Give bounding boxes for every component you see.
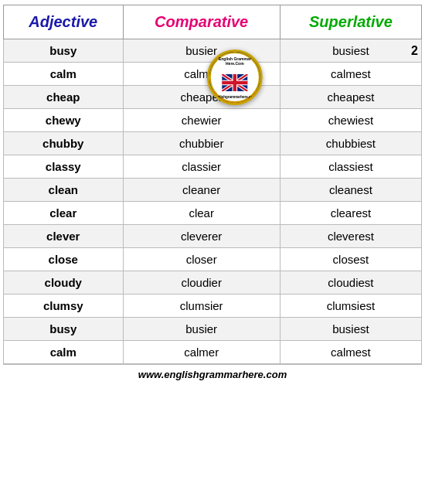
adjective-cell: chewy <box>4 109 124 132</box>
superlative-cell: closest <box>280 248 421 271</box>
superlative-cell: clearest <box>280 202 421 225</box>
superlative-cell: cloudiest <box>280 271 421 295</box>
table-row: calmcalmercalmest <box>4 341 422 364</box>
page-number: 2 <box>411 44 418 58</box>
comparative-cell: clear <box>123 202 280 225</box>
table-row: closecloserclosest <box>4 248 422 271</box>
header-superlative: Superlative <box>280 5 421 39</box>
superlative-cell: chubbiest <box>280 132 421 155</box>
table-row: chewychewierchewiest <box>4 109 422 132</box>
adjective-cell: busy <box>4 39 124 63</box>
adjective-cell: calm <box>4 63 124 86</box>
adjective-cell: classy <box>4 155 124 179</box>
adjective-cell: close <box>4 248 124 271</box>
comparative-cell: clumsier <box>123 295 280 318</box>
comparative-cell: busier <box>123 318 280 341</box>
superlative-cell: busiest <box>280 318 421 341</box>
superlative-cell: cheapest <box>280 86 421 109</box>
table-row: busybusierbusiest <box>4 318 422 341</box>
adjective-cell: chubby <box>4 132 124 155</box>
badge-text-top: English GrammarHere.Com <box>211 56 259 66</box>
table-header-row: Adjective Comparative Superlative <box>4 5 422 39</box>
comparative-cell: calmer <box>123 341 280 364</box>
superlative-cell: calmest <box>280 341 421 364</box>
superlative-cell: cleverest <box>280 225 421 248</box>
table-row: cleancleanercleanest <box>4 179 422 202</box>
comparative-cell: chubbier <box>123 132 280 155</box>
comparative-cell: classier <box>123 155 280 179</box>
table-row: clumsyclumsierclumsiest <box>4 295 422 318</box>
superlative-cell: clumsiest <box>280 295 421 318</box>
footer-url: www.englishgrammarhere.com <box>3 364 422 383</box>
adjective-cell: clumsy <box>4 295 124 318</box>
comparative-cell: closer <box>123 248 280 271</box>
table-row: clevercleverercleverest <box>4 225 422 248</box>
superlative-cell: busiest2 <box>280 39 421 63</box>
superlative-cell: classiest <box>280 155 421 179</box>
superlative-cell: calmest <box>280 63 421 86</box>
comparative-cell: cleverer <box>123 225 280 248</box>
header-adjective: Adjective <box>4 5 124 39</box>
adjective-cell: cheap <box>4 86 124 109</box>
adjective-cell: cloudy <box>4 271 124 295</box>
table-row: clearclearclearest <box>4 202 422 225</box>
header-comparative: Comparative <box>123 5 280 39</box>
badge-text-bottom: englishgrammarhere.com <box>211 95 259 99</box>
adjective-cell: clean <box>4 179 124 202</box>
adjective-cell: clear <box>4 202 124 225</box>
adjective-cell: busy <box>4 318 124 341</box>
comparative-cell: chewier <box>123 109 280 132</box>
badge: English GrammarHere.Com englishgrammarhe… <box>207 49 263 105</box>
superlative-cell: cleanest <box>280 179 421 202</box>
table-row: cloudycloudiercloudiest <box>4 271 422 295</box>
adjective-cell: clever <box>4 225 124 248</box>
comparative-cell: cleaner <box>123 179 280 202</box>
adjective-cell: calm <box>4 341 124 364</box>
comparative-cell: cloudier <box>123 271 280 295</box>
svg-rect-8 <box>233 74 236 91</box>
table-row: classyclassierclassiest <box>4 155 422 179</box>
table-row: chubbychubbierchubbiest <box>4 132 422 155</box>
uk-flag-icon <box>222 74 248 91</box>
superlative-cell: chewiest <box>280 109 421 132</box>
